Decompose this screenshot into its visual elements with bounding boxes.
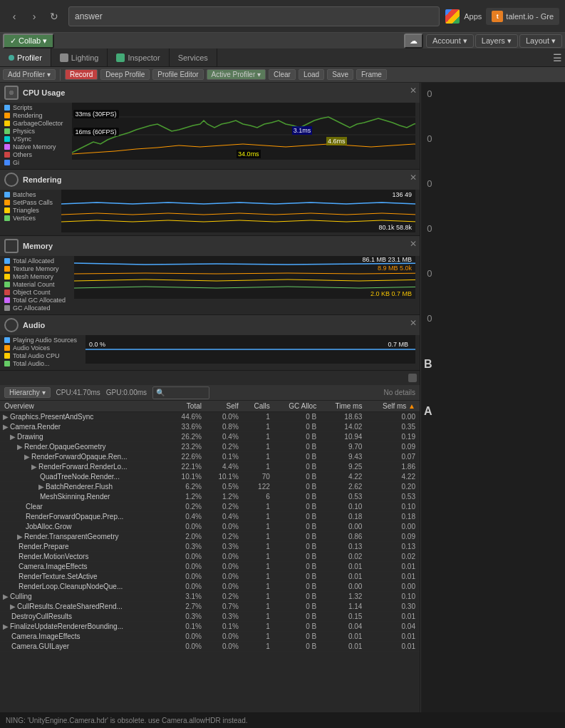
row-total: 0.0% bbox=[169, 552, 206, 562]
row-self: 0.0% bbox=[206, 572, 243, 582]
hierarchy-dropdown[interactable]: Hierarchy ▾ bbox=[4, 387, 51, 398]
back-button[interactable]: ‹ bbox=[6, 8, 23, 25]
table-row[interactable]: ▶RenderForward.RenderLo... 22.1% 4.4% 1 … bbox=[0, 462, 420, 472]
row-total: 44.6% bbox=[169, 412, 206, 422]
collab-button[interactable]: ✓ Collab ▾ bbox=[3, 34, 54, 48]
vsync-dot bbox=[4, 136, 10, 142]
scrollbar-thumb[interactable] bbox=[408, 374, 417, 382]
expand-icon[interactable]: ▶ bbox=[17, 443, 23, 451]
audio-val2: 0.7 MB bbox=[388, 341, 408, 348]
tab-profiler[interactable]: Profiler bbox=[0, 48, 51, 66]
layers-button[interactable]: Layers ▾ bbox=[475, 34, 518, 48]
row-gc: 0 B bbox=[274, 462, 321, 472]
cpu-close-button[interactable]: ✕ bbox=[410, 86, 417, 96]
row-calls: 1 bbox=[243, 442, 274, 452]
row-gc: 0 B bbox=[274, 502, 321, 512]
table-row[interactable]: RenderLoop.CleanupNodeQue... 0.0% 0.0% 1… bbox=[0, 582, 420, 592]
batches-label: Batches bbox=[13, 191, 36, 198]
expand-icon[interactable]: ▶ bbox=[3, 622, 9, 630]
table-row[interactable]: ▶Camera.Render 33.6% 0.8% 1 0 B 14.02 0.… bbox=[0, 422, 420, 432]
table-row[interactable]: Clear 0.2% 0.2% 1 0 B 0.10 0.10 bbox=[0, 502, 420, 512]
col-time-ms[interactable]: Time ms bbox=[321, 401, 366, 412]
chart-scrollbar[interactable] bbox=[0, 371, 420, 385]
add-profiler-button[interactable]: Add Profiler ▾ bbox=[3, 69, 56, 80]
vertices-label: Vertices bbox=[13, 215, 36, 222]
tab-inspector[interactable]: Inspector bbox=[108, 48, 169, 66]
audio-title: Audio bbox=[23, 321, 45, 329]
others-dot bbox=[4, 152, 10, 158]
expand-icon[interactable]: ▶ bbox=[3, 413, 9, 421]
memory-header[interactable]: Memory ✕ bbox=[0, 236, 420, 256]
table-row[interactable]: ▶FinalizeUpdateRendererBounding... 0.1% … bbox=[0, 622, 420, 632]
row-self: 0.0% bbox=[206, 642, 243, 652]
col-self[interactable]: Self bbox=[206, 401, 243, 412]
table-row[interactable]: Render.MotionVectors 0.0% 0.0% 1 0 B 0.0… bbox=[0, 552, 420, 562]
table-row[interactable]: ▶Render.TransparentGeometry 2.0% 0.2% 1 … bbox=[0, 532, 420, 542]
audio-close-button[interactable]: ✕ bbox=[410, 318, 417, 328]
expand-icon[interactable]: ▶ bbox=[31, 463, 37, 471]
tab-services[interactable]: Services bbox=[170, 48, 217, 66]
memory-close-button[interactable]: ✕ bbox=[410, 239, 417, 249]
total-gc-dot bbox=[4, 297, 10, 303]
row-self-ms: 0.35 bbox=[366, 422, 420, 432]
expand-icon[interactable]: ▶ bbox=[10, 603, 16, 610]
table-row[interactable]: RenderForwardOpaque.Prep... 0.4% 0.4% 1 … bbox=[0, 512, 420, 522]
table-row[interactable]: RenderTexture.SetActive 0.0% 0.0% 1 0 B … bbox=[0, 572, 420, 582]
expand-icon[interactable]: ▶ bbox=[38, 483, 44, 491]
cloud-button[interactable]: ☁ bbox=[404, 34, 423, 48]
expand-icon[interactable]: ▶ bbox=[3, 423, 9, 431]
mat-count-label: Material Count bbox=[13, 281, 55, 288]
table-row[interactable]: ▶RenderForwardOpaque.Ren... 22.6% 0.1% 1… bbox=[0, 452, 420, 462]
table-row[interactable]: Camera.ImageEffects 0.0% 0.0% 1 0 B 0.01… bbox=[0, 562, 420, 572]
legend-vertices: Vertices bbox=[4, 215, 53, 222]
table-row[interactable]: Render.Prepare 0.3% 0.3% 1 0 B 0.13 0.13 bbox=[0, 542, 420, 552]
expand-icon[interactable]: ▶ bbox=[17, 533, 23, 540]
layout-button[interactable]: Layout ▾ bbox=[519, 34, 562, 48]
deep-profile-button[interactable]: Deep Profile bbox=[100, 69, 150, 80]
table-row[interactable]: QuadTreeNode.Render... 10.1% 10.1% 70 0 … bbox=[0, 472, 420, 482]
table-row[interactable]: ▶BatchRenderer.Flush 6.2% 0.5% 122 0 B 2… bbox=[0, 482, 420, 492]
col-overview[interactable]: Overview bbox=[0, 401, 169, 412]
refresh-button[interactable]: ↻ bbox=[46, 8, 63, 25]
record-button[interactable]: Record bbox=[65, 69, 98, 80]
url-bar[interactable]: answer bbox=[68, 6, 440, 26]
profile-editor-button[interactable]: Profile Editor bbox=[152, 69, 203, 80]
data-table-container: Overview Total Self Calls GC Alloc Time … bbox=[0, 401, 420, 712]
col-total[interactable]: Total bbox=[169, 401, 206, 412]
expand-icon[interactable]: ▶ bbox=[24, 453, 30, 461]
table-row[interactable]: DestroyCullResults 0.3% 0.3% 1 0 B 0.15 … bbox=[0, 612, 420, 622]
vsync-label: VSync bbox=[13, 135, 31, 143]
account-button[interactable]: Account ▾ bbox=[426, 34, 474, 48]
table-row[interactable]: JobAlloc.Grow 0.0% 0.0% 1 0 B 0.00 0.00 bbox=[0, 522, 420, 532]
tab-bar: Profiler Lighting Inspector Services ☰ bbox=[0, 48, 565, 67]
col-gc-alloc[interactable]: GC Alloc bbox=[274, 401, 321, 412]
talent-tab[interactable]: t talent.io - Gre bbox=[486, 8, 559, 25]
rendering-close-button[interactable]: ✕ bbox=[410, 173, 417, 183]
save-button[interactable]: Save bbox=[327, 69, 353, 80]
col-calls[interactable]: Calls bbox=[243, 401, 274, 412]
table-row[interactable]: ▶Culling 3.1% 0.2% 1 0 B 1.32 0.10 bbox=[0, 592, 420, 602]
col-self-ms[interactable]: Self ms ▲ bbox=[366, 401, 420, 412]
tab-lighting[interactable]: Lighting bbox=[51, 48, 108, 66]
others-label: Others bbox=[13, 151, 32, 158]
table-row[interactable]: Camera.GUILayer 0.0% 0.0% 1 0 B 0.01 0.0… bbox=[0, 642, 420, 652]
expand-icon[interactable]: ▶ bbox=[10, 433, 16, 441]
row-total: 6.2% bbox=[169, 482, 206, 492]
table-row[interactable]: ▶Drawing 26.2% 0.4% 1 0 B 10.94 0.19 bbox=[0, 432, 420, 442]
audio-header[interactable]: Audio ✕ bbox=[0, 315, 420, 335]
rendering-header[interactable]: Rendering ✕ bbox=[0, 170, 420, 190]
table-row[interactable]: Camera.ImageEffects 0.0% 0.0% 1 0 B 0.01… bbox=[0, 632, 420, 642]
expand-icon[interactable]: ▶ bbox=[3, 593, 9, 600]
forward-button[interactable]: › bbox=[26, 8, 43, 25]
table-row[interactable]: MeshSkinning.Render 1.2% 1.2% 6 0 B 0.53… bbox=[0, 492, 420, 502]
cpu-header[interactable]: CPU Usage ✕ bbox=[0, 83, 420, 103]
clear-button[interactable]: Clear bbox=[269, 69, 296, 80]
active-profiler-button[interactable]: Active Profiler ▾ bbox=[207, 69, 266, 80]
panel-menu-button[interactable]: ☰ bbox=[553, 52, 562, 63]
frame-button[interactable]: Frame bbox=[356, 69, 387, 80]
search-bar[interactable]: 🔍 bbox=[152, 386, 209, 399]
table-row[interactable]: ▶CullResults.CreateSharedRend... 2.7% 0.… bbox=[0, 602, 420, 612]
load-button[interactable]: Load bbox=[299, 69, 324, 80]
table-row[interactable]: ▶Render.OpaqueGeometry 23.2% 0.2% 1 0 B … bbox=[0, 442, 420, 452]
table-row[interactable]: ▶Graphics.PresentAndSync 44.6% 0.0% 1 0 … bbox=[0, 412, 420, 422]
